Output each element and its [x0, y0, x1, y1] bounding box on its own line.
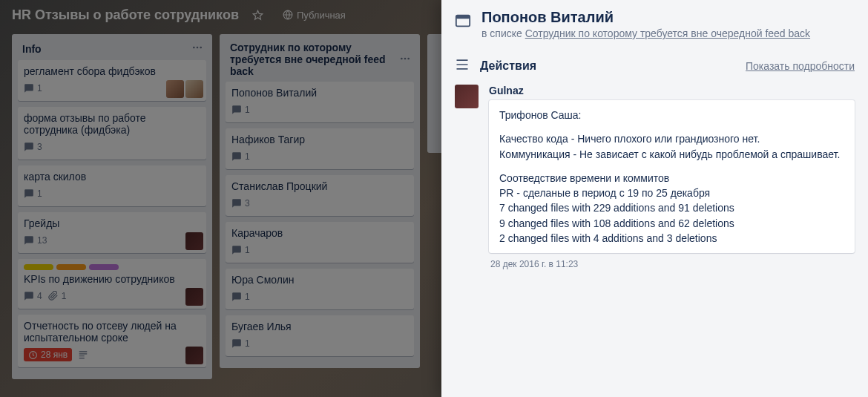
in-list-link[interactable]: Сотрудник по которому требуется вне очер…	[525, 27, 810, 39]
clock-icon	[28, 350, 38, 360]
card-labels	[24, 264, 200, 270]
comments-badge: 1	[231, 292, 250, 302]
activity-user[interactable]: Gulnaz	[489, 85, 855, 96]
svg-point-6	[404, 57, 407, 59]
comment-icon	[24, 188, 34, 199]
attachment-badge: 1	[48, 291, 67, 301]
comment-box[interactable]: Трифонов Саша: Качество кода - Ничего пл…	[489, 100, 855, 253]
avatar[interactable]	[185, 80, 203, 98]
show-details-link[interactable]: Показать подробности	[746, 60, 855, 72]
due-badge: 28 янв	[24, 348, 72, 361]
label-purple[interactable]	[89, 264, 119, 270]
card-title: регламент сбора фидбэков	[24, 65, 200, 77]
svg-point-2	[197, 47, 199, 49]
label-orange[interactable]	[56, 264, 86, 270]
list-title[interactable]: Сотрудник по которому требуется вне очер…	[230, 42, 399, 77]
comment-icon	[24, 235, 34, 246]
comments-badge: 1	[231, 338, 250, 349]
visibility-button[interactable]: Публичная	[277, 7, 352, 24]
comment-icon	[231, 151, 242, 162]
activity-icon	[455, 57, 470, 74]
activity-section-title: Действия	[480, 59, 735, 73]
card-title: Карачаров	[231, 227, 408, 239]
avatar[interactable]	[185, 232, 203, 250]
list-menu-button[interactable]	[191, 42, 203, 56]
star-button[interactable]	[246, 7, 269, 24]
comment-icon	[24, 83, 34, 93]
card-title: Отчетность по отсеву людей на испытатель…	[24, 320, 200, 344]
modal-card-title[interactable]: Попонов Виталий	[481, 9, 810, 26]
comments-badge: 3	[231, 198, 250, 209]
comments-badge: 1	[231, 245, 250, 255]
comment-icon	[231, 198, 242, 209]
card[interactable]: Попонов Виталий 1	[226, 82, 414, 122]
comments-badge: 1	[24, 188, 42, 199]
avatar[interactable]	[185, 288, 203, 306]
comment-icon	[231, 105, 242, 115]
card[interactable]: Бугаев Илья 1	[226, 315, 414, 356]
card-title: форма отзывы по работе сотрудника (фидбэ…	[24, 112, 200, 136]
card[interactable]: KPIs по движению сотрудников 4 1	[18, 259, 206, 309]
card-title: Грейды	[24, 217, 200, 229]
comment-icon	[231, 292, 242, 302]
avatar[interactable]	[455, 85, 479, 108]
label-yellow[interactable]	[24, 264, 53, 270]
comments-badge: 1	[231, 151, 250, 162]
card[interactable]: регламент сбора фидбэков 1	[18, 60, 206, 101]
card[interactable]: форма отзывы по работе сотрудника (фидбэ…	[18, 107, 206, 160]
svg-point-1	[193, 47, 195, 49]
svg-point-3	[200, 47, 202, 49]
card[interactable]: Нафиков Тагир 1	[226, 128, 414, 169]
dots-icon	[191, 42, 203, 53]
avatar[interactable]	[166, 80, 184, 98]
comment-icon	[24, 291, 34, 301]
dots-icon	[399, 53, 411, 65]
card-title: Бугаев Илья	[231, 321, 408, 332]
star-icon	[252, 10, 263, 21]
comments-badge: 1	[231, 105, 250, 115]
list-feedback: Сотрудник по которому требуется вне очер…	[220, 34, 420, 368]
board-title[interactable]: HR Отзывы о работе сотрудников	[12, 7, 239, 23]
visibility-label: Публичная	[297, 10, 346, 21]
description-badge	[78, 350, 88, 360]
avatar[interactable]	[185, 347, 203, 364]
globe-icon	[283, 10, 293, 20]
card[interactable]: Станислав Процкий 3	[226, 175, 414, 216]
comment-line: Соотведствие времени и коммитов PR - сде…	[499, 171, 844, 246]
card-title: Попонов Виталий	[231, 87, 408, 99]
svg-point-7	[407, 57, 410, 59]
comment-line: Трифонов Саша:	[499, 108, 844, 122]
comment-icon	[231, 245, 242, 255]
svg-rect-9	[456, 16, 470, 19]
card[interactable]: Отчетность по отсеву людей на испытатель…	[18, 315, 206, 367]
comments-badge: 3	[24, 142, 42, 152]
comments-badge: 1	[24, 83, 42, 93]
card-title: карта скилов	[24, 171, 200, 183]
comments-badge: 4	[24, 291, 42, 301]
comments-badge: 13	[24, 235, 47, 246]
card-title: KPIs по движению сотрудников	[24, 273, 200, 285]
activity-timestamp[interactable]: 28 дек 2016 г. в 11:23	[489, 259, 855, 269]
card[interactable]: карта скилов 1	[18, 165, 206, 206]
attachment-icon	[48, 291, 59, 301]
card-icon	[455, 13, 471, 39]
list-info: Info регламент сбора фидбэков 1	[12, 34, 212, 379]
card-detail-modal: Попонов Виталий в списке Сотрудник по ко…	[441, 0, 868, 397]
activity-item: Gulnaz Трифонов Саша: Качество кода - Ни…	[455, 85, 855, 269]
card-title: Нафиков Тагир	[231, 134, 408, 145]
list-title[interactable]: Info	[22, 43, 42, 55]
card-title: Юра Смолин	[231, 274, 408, 286]
comment-icon	[231, 338, 242, 349]
comment-icon	[24, 142, 34, 152]
card[interactable]: Грейды 13	[18, 212, 206, 253]
list-menu-button[interactable]	[399, 53, 411, 67]
card[interactable]: Юра Смолин 1	[226, 269, 414, 309]
card[interactable]: Карачаров 1	[226, 222, 414, 263]
card-title: Станислав Процкий	[231, 180, 408, 192]
comment-line: Качество кода - Ничего плохого или гранд…	[499, 131, 844, 162]
in-list-text: в списке Сотрудник по которому требуется…	[481, 27, 810, 39]
description-icon	[78, 350, 88, 360]
svg-point-5	[401, 57, 403, 59]
